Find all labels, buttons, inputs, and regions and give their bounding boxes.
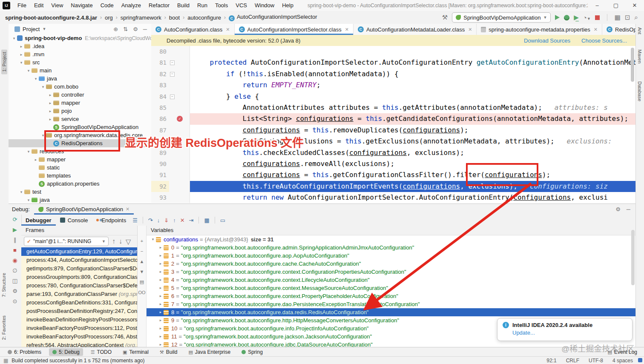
code-line-81[interactable]: 81− protected AutoConfigurationImportSel… xyxy=(151,57,635,68)
close-button[interactable]: ✕ xyxy=(625,0,644,11)
duplicate-icon[interactable]: ▤ xyxy=(140,279,144,285)
tree-item-templates[interactable]: templates xyxy=(9,172,151,180)
download-sources-link[interactable]: Download Sources xyxy=(524,37,570,44)
prev-frame-icon[interactable]: ↑ xyxy=(112,238,115,245)
step-over-icon[interactable]: ↷ xyxy=(146,217,155,224)
close-icon[interactable]: ✕ xyxy=(345,27,349,32)
tree-chevron-icon[interactable]: ▾ xyxy=(40,133,46,138)
editor-tab[interactable]: CAutoConfigurationMetadataLoader.class✕ xyxy=(354,24,477,35)
tree-chevron-icon[interactable]: ▾ xyxy=(26,149,32,154)
breadcrumb-item[interactable]: springframework xyxy=(121,14,161,21)
frame-row[interactable]: processGroupImports:809, ConfigurationCl… xyxy=(21,273,137,281)
variable-row-7[interactable]: ▸7="org.springframework.boot.autoconfigu… xyxy=(147,300,635,308)
remove-watch-icon[interactable]: − xyxy=(141,249,143,254)
tree-chevron-icon[interactable]: ▾ xyxy=(18,190,24,194)
menu-item-analyze[interactable]: Analyze xyxy=(118,2,145,9)
tree-item--mvn[interactable]: ▸.mvn xyxy=(9,50,151,58)
choose-sources-link[interactable]: Choose Sources... xyxy=(581,37,627,44)
hide-panel-icon[interactable]: ─ xyxy=(143,26,147,32)
tree-chevron-icon[interactable]: ▸ xyxy=(47,109,53,113)
run-config-selector[interactable]: SpringBootVipDemoApplication ▼ xyxy=(452,12,551,23)
close-icon[interactable]: ✕ xyxy=(126,206,129,212)
move-down-icon[interactable]: ▼ xyxy=(140,269,144,274)
variable-row-5[interactable]: ▸5="org.springframework.boot.autoconfigu… xyxy=(147,284,635,292)
tree-item--idea[interactable]: ▸.idea xyxy=(9,42,151,50)
menu-item-edit[interactable]: Edit xyxy=(30,2,47,9)
variable-row-1[interactable]: ▸1="org.springframework.boot.autoconfigu… xyxy=(147,252,635,260)
tree-item-src[interactable]: ▾src xyxy=(9,58,151,66)
layout-settings-icon[interactable]: ▭ xyxy=(218,217,227,224)
breadcrumb-item[interactable]: org xyxy=(105,14,113,21)
update-link[interactable]: Update... xyxy=(512,330,627,336)
evaluate-expression-icon[interactable]: ▦ xyxy=(202,217,211,224)
toolwindow-button-terminal[interactable]: ▣Terminal xyxy=(119,348,152,356)
tree-item-java[interactable]: ▾java xyxy=(9,196,151,203)
frame-row[interactable]: invokeBeanFactoryPostProcessors:746, Abs… xyxy=(21,332,137,341)
status-item[interactable]: UTF-8 xyxy=(589,358,603,364)
tree-item-static[interactable]: static xyxy=(9,163,151,172)
line-number[interactable]: 80 xyxy=(151,46,169,57)
pin-icon[interactable]: ⊙ xyxy=(13,298,17,304)
menu-item-view[interactable]: View xyxy=(47,2,67,9)
close-icon[interactable]: ✕ xyxy=(468,27,472,32)
frame-row[interactable]: getImports:879, ConfigurationClassParser… xyxy=(21,264,137,273)
build-hammer-icon[interactable]: ⚒ xyxy=(442,14,448,21)
tree-item-mapper[interactable]: ▸mapper xyxy=(9,99,151,107)
minimize-button[interactable]: – xyxy=(588,0,607,11)
variable-row-8[interactable]: ▸8="org.springframework.boot.autoconfigu… xyxy=(147,308,635,316)
tree-item-spring-boot-vip-demo[interactable]: ▾spring-boot-vip-demoE:\workspace\Spring… xyxy=(9,34,151,42)
mute-breakpoints-icon[interactable]: ∅ xyxy=(12,267,17,274)
project-view-selector[interactable]: Project xyxy=(23,26,40,32)
menu-item-help[interactable]: Help xyxy=(278,2,297,9)
toolwindow-button-spring[interactable]: Spring xyxy=(238,348,266,356)
step-out-icon[interactable]: ↑ xyxy=(171,217,178,224)
fold-marker-icon[interactable]: − xyxy=(170,72,175,77)
menu-item-refactor[interactable]: Refactor xyxy=(145,2,173,9)
tree-item-application-properties[interactable]: Sapplication.properties xyxy=(9,180,151,188)
breadcrumb-item[interactable]: boot xyxy=(169,14,180,21)
tool-stripe-project[interactable]: 1: Project xyxy=(1,49,7,74)
toolwindow-button-build[interactable]: ⚒Build xyxy=(156,348,181,356)
tab-endpoints[interactable]: Endpoints xyxy=(92,215,130,226)
tree-chevron-icon[interactable]: ▸ xyxy=(47,117,53,121)
show-watches-icon[interactable]: OO xyxy=(138,290,145,295)
variable-row-0[interactable]: ▸0="org.springframework.boot.autoconfigu… xyxy=(147,244,635,252)
tree-chevron-icon[interactable]: ▸ xyxy=(18,44,24,49)
status-item[interactable]: 4 spaces xyxy=(612,358,633,364)
hamburger-menu-icon[interactable]: ☰ xyxy=(130,217,140,224)
tree-item-mapper[interactable]: ▸mapper xyxy=(9,155,151,163)
close-icon[interactable]: ✕ xyxy=(594,27,598,32)
breadcrumb-item[interactable]: autoconfigure xyxy=(187,14,221,21)
search-everywhere-icon[interactable]: ⌕ xyxy=(635,14,638,21)
code-line-84[interactable]: 84− } else { xyxy=(151,91,635,102)
tree-chevron-icon[interactable]: ▾ xyxy=(40,85,46,89)
close-icon[interactable]: ✕ xyxy=(226,27,230,32)
tool-stripe-maven[interactable]: Maven xyxy=(637,49,642,63)
toolwindow-button-java-enterprise[interactable]: ▤Java Enterprise xyxy=(185,348,234,356)
tree-chevron-icon[interactable]: ▾ xyxy=(33,77,39,81)
menu-item-tools[interactable]: Tools xyxy=(211,2,232,9)
fold-marker-icon[interactable]: − xyxy=(170,95,175,99)
gear-icon[interactable]: ⚙ xyxy=(133,26,138,32)
frame-row[interactable]: postProcessBeanDefinitionRegistry:247, C… xyxy=(21,307,137,315)
tree-chevron-icon[interactable]: ▾ xyxy=(11,36,17,40)
code-line-93[interactable]: 93 return new AutoConfigurationImportSel… xyxy=(151,192,635,203)
code-line-92[interactable]: 92 this.fireAutoConfigurationImportEvent… xyxy=(151,181,635,192)
menu-item-navigate[interactable]: Navigate xyxy=(67,2,96,9)
new-watch-icon[interactable]: + xyxy=(141,238,143,244)
menu-item-window[interactable]: Window xyxy=(251,2,278,9)
tree-chevron-icon[interactable]: ▸ xyxy=(47,101,53,105)
tree-item-service[interactable]: ▸service xyxy=(9,115,151,123)
menu-item-build[interactable]: Build xyxy=(173,2,193,9)
breadcrumb-item[interactable]: spring-boot-autoconfigure-2.4.8.jar xyxy=(5,14,97,21)
stop-icon[interactable]: ■ xyxy=(13,247,17,253)
code-line-91[interactable]: 91 configurations = this.getConfiguratio… xyxy=(151,169,635,181)
editor-tab[interactable]: CRedisOperations.java✕ xyxy=(602,24,635,35)
line-number[interactable]: 85 xyxy=(151,102,169,113)
line-number[interactable]: 92 xyxy=(151,181,169,192)
debug-button[interactable] xyxy=(564,15,569,20)
code-line-83[interactable]: 83 return EMPTY_ENTRY; xyxy=(151,80,635,91)
code-line-86[interactable]: 86✓ List<String> configurations = this.g… xyxy=(151,113,635,124)
tool-stripe-structure[interactable]: 7: Structure xyxy=(1,273,6,297)
breadcrumb-item[interactable]: CAutoConfigurationImportSelector xyxy=(229,14,317,21)
